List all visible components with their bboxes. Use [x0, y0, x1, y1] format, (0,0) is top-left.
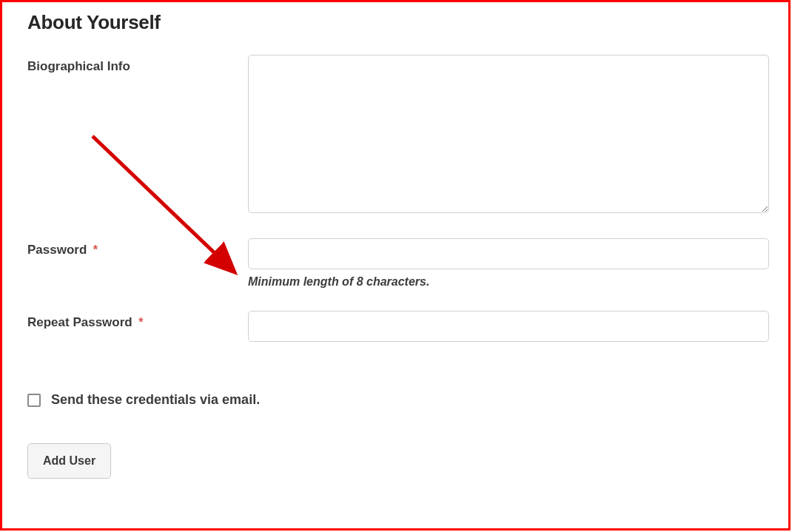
bio-input-col — [248, 55, 769, 216]
repeat-password-input-col — [248, 311, 769, 342]
repeat-password-label: Repeat Password — [27, 315, 132, 329]
bio-label-col: Biographical Info — [27, 55, 248, 74]
bio-textarea[interactable] — [248, 55, 769, 213]
repeat-password-row: Repeat Password * — [27, 311, 769, 342]
bio-row: Biographical Info — [27, 55, 769, 216]
repeat-password-input[interactable] — [248, 311, 769, 342]
repeat-password-label-col: Repeat Password * — [27, 311, 248, 330]
repeat-password-required-mark: * — [138, 316, 143, 329]
password-hint: Minimum length of 8 characters. — [248, 275, 769, 289]
section-title: About Yourself — [27, 11, 769, 34]
password-label-col: Password * — [27, 238, 248, 257]
password-label: Password — [27, 243, 87, 257]
form-frame: About Yourself Biographical Info Passwor… — [0, 0, 791, 531]
password-required-mark: * — [93, 243, 98, 256]
password-input-col: Minimum length of 8 characters. — [248, 238, 769, 289]
password-input[interactable] — [248, 238, 769, 269]
add-user-button[interactable]: Add User — [27, 443, 111, 479]
send-credentials-checkbox[interactable] — [27, 394, 41, 407]
password-row: Password * Minimum length of 8 character… — [27, 238, 769, 289]
form-content: About Yourself Biographical Info Passwor… — [2, 2, 788, 494]
send-credentials-row: Send these credentials via email. — [27, 392, 769, 408]
bio-label: Biographical Info — [27, 59, 130, 73]
send-credentials-label: Send these credentials via email. — [51, 392, 260, 408]
